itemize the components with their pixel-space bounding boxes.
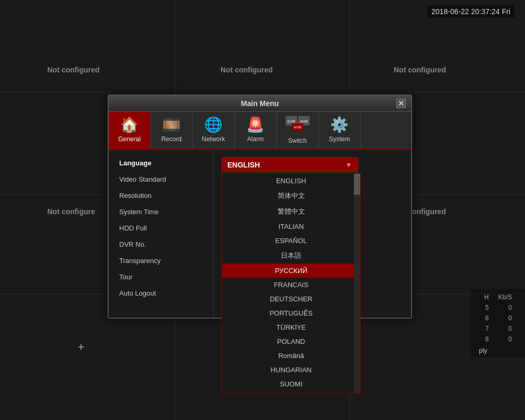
lang-option-finnish[interactable]: SUOMI <box>222 377 360 391</box>
tab-system[interactable]: ⚙️ System <box>319 112 361 149</box>
tab-network[interactable]: 🌐 Network <box>193 112 235 149</box>
svg-text:HVR: HVR <box>293 125 301 129</box>
network-icon: 🌐 <box>204 116 223 133</box>
dropdown-arrow-icon: ▼ <box>345 161 352 169</box>
dialog-body: Language Video Standard Resolution Syste… <box>109 150 411 318</box>
table-row: 5 0 <box>480 303 516 312</box>
tab-general[interactable]: 🏠 General <box>109 112 151 149</box>
right-content: ENGLISH ▼ ENGLISH 简体中文 繁體中文 ITALIAN ESPA… <box>214 150 411 318</box>
lang-option-simplified-chinese[interactable]: 简体中文 <box>222 188 360 204</box>
lang-option-german[interactable]: DEUTSCHER <box>222 292 360 306</box>
tab-record-label: Record <box>161 135 182 143</box>
tab-switch[interactable]: DVR NVR HVR Switch <box>277 112 319 149</box>
lang-option-hungarian[interactable]: HUNGARIAN <box>222 363 360 377</box>
table-row: 8 0 <box>480 334 516 344</box>
tab-system-label: System <box>329 135 350 143</box>
lang-option-russian[interactable]: РУССКИЙ <box>222 264 360 278</box>
scrollbar-track[interactable] <box>354 174 360 393</box>
not-configured-top-left: Not configured <box>47 66 100 74</box>
table-row: 6 0 <box>480 313 516 323</box>
left-menu: Language Video Standard Resolution Syste… <box>109 150 214 318</box>
language-dropdown[interactable]: ENGLISH 简体中文 繁體中文 ITALIAN ESPAÑOL 日本語 РУ… <box>222 173 361 394</box>
lang-option-traditional-chinese[interactable]: 繁體中文 <box>222 204 360 219</box>
grid-horizontal-1 <box>0 92 525 92</box>
table-row: 7 0 <box>480 324 516 333</box>
col-h: H <box>480 292 493 302</box>
menu-item-auto-logout[interactable]: Auto Logout <box>109 285 213 301</box>
lang-option-english[interactable]: ENGLISH <box>222 174 360 188</box>
menu-item-tour[interactable]: Tour <box>109 269 213 285</box>
not-configured-top-right: Not configured <box>394 66 446 74</box>
menu-item-video-standard[interactable]: Video Standard <box>109 171 213 187</box>
record-icon: 🎞️ <box>162 116 181 133</box>
dialog-title: Main Menu <box>123 99 396 108</box>
general-icon: 🏠 <box>120 116 139 133</box>
tab-general-label: General <box>118 135 141 143</box>
tab-alarm[interactable]: 🚨 Alarm <box>235 112 277 149</box>
crosshair: + <box>78 340 85 354</box>
network-table-panel: H Kb/S 5 0 6 0 7 0 8 0 ply <box>471 289 525 357</box>
alarm-icon: 🚨 <box>246 116 265 133</box>
col-kbs: Kb/S <box>494 292 516 302</box>
network-table: H Kb/S 5 0 6 0 7 0 8 0 <box>479 291 517 345</box>
menu-item-resolution[interactable]: Resolution <box>109 187 213 204</box>
svg-text:NVR: NVR <box>300 120 308 123</box>
switch-icon: DVR NVR HVR <box>286 116 310 135</box>
close-button[interactable]: ✕ <box>396 99 406 108</box>
tab-record[interactable]: 🎞️ Record <box>151 112 193 149</box>
lang-option-turkish[interactable]: TÜRKİYE <box>222 320 360 334</box>
menu-item-transparency[interactable]: Transparency <box>109 253 213 269</box>
lang-option-french[interactable]: FRANCAIS <box>222 278 360 292</box>
scrollbar-thumb[interactable] <box>354 174 360 195</box>
system-icon: ⚙️ <box>330 116 349 133</box>
lang-option-japanese[interactable]: 日本語 <box>222 248 360 264</box>
tab-bar: 🏠 General 🎞️ Record 🌐 Network 🚨 Alarm DV… <box>109 112 411 150</box>
lang-option-italian[interactable]: ITALIAN <box>222 219 360 234</box>
lang-option-portuguese[interactable]: PORTUGUÊS <box>222 306 360 320</box>
tab-network-label: Network <box>202 135 225 143</box>
svg-text:DVR: DVR <box>287 120 295 123</box>
menu-item-hdd-full[interactable]: HDD Full <box>109 220 213 236</box>
tab-alarm-label: Alarm <box>247 135 264 143</box>
main-dialog: Main Menu ✕ 🏠 General 🎞️ Record 🌐 Networ… <box>108 94 412 319</box>
language-select-box[interactable]: ENGLISH ▼ <box>222 158 358 172</box>
not-configured-mid-left: Not configure <box>47 207 95 216</box>
dialog-titlebar: Main Menu ✕ <box>109 96 411 112</box>
apply-button-partial[interactable]: ply <box>479 347 517 354</box>
lang-option-polish[interactable]: POLAND <box>222 334 360 349</box>
selected-language: ENGLISH <box>227 161 260 169</box>
not-configured-top-center: Not configured <box>220 66 273 74</box>
lang-option-spanish[interactable]: ESPAÑOL <box>222 234 360 248</box>
menu-item-dvr-no[interactable]: DVR No. <box>109 236 213 253</box>
lang-option-korean[interactable]: 한국어 <box>222 391 360 394</box>
menu-item-system-time[interactable]: System Time <box>109 204 213 220</box>
timestamp: 2018-06-22 20:37:24 Fri <box>427 5 514 18</box>
tab-switch-label: Switch <box>288 137 307 144</box>
lang-option-romanian[interactable]: Română <box>222 349 360 363</box>
menu-item-language[interactable]: Language <box>109 155 213 171</box>
